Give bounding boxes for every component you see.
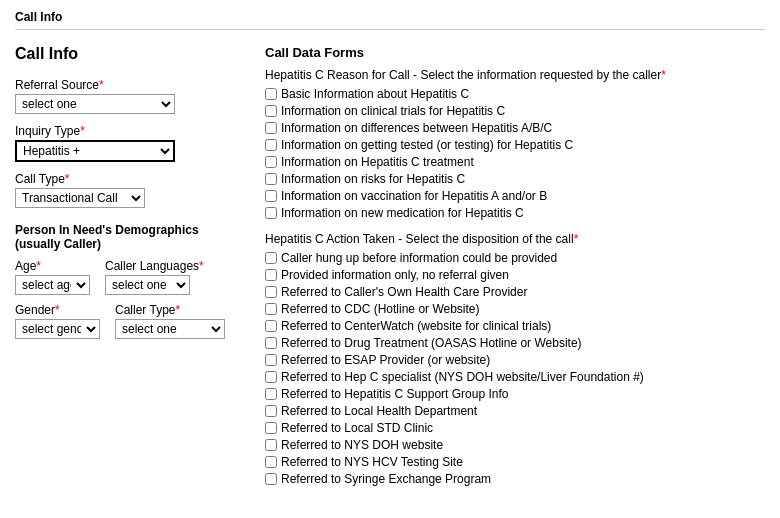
action-checkbox[interactable] (265, 320, 277, 332)
action-checkbox[interactable] (265, 439, 277, 451)
caller-type-select[interactable]: select one (115, 319, 225, 339)
reason-checkbox-item: Information on risks for Hepatitis C (265, 172, 765, 186)
reason-checkbox-label: Basic Information about Hepatitis C (281, 87, 469, 101)
demographics-title: Person In Need's Demographics (usually C… (15, 223, 245, 251)
action-checkbox-item: Referred to NYS DOH website (265, 438, 765, 452)
action-checkbox[interactable] (265, 303, 277, 315)
left-panel: Call Info Referral Source* select one In… (15, 45, 245, 498)
call-type-group: Call Type* Transactional Call (15, 172, 245, 208)
action-checkbox-item: Referred to Caller's Own Health Care Pro… (265, 285, 765, 299)
referral-source-group: Referral Source* select one (15, 78, 245, 114)
action-checkbox-item: Caller hung up before information could … (265, 251, 765, 265)
reason-checkbox[interactable] (265, 88, 277, 100)
gender-label: Gender* (15, 303, 100, 317)
inquiry-type-label: Inquiry Type* (15, 124, 245, 138)
reason-section: Hepatitis C Reason for Call - Select the… (265, 68, 765, 220)
right-panel: Call Data Forms Hepatitis C Reason for C… (265, 45, 765, 498)
reason-checkbox[interactable] (265, 207, 277, 219)
action-checkbox-label: Referred to Local STD Clinic (281, 421, 433, 435)
action-checkbox-item: Referred to NYS HCV Testing Site (265, 455, 765, 469)
call-data-forms-title: Call Data Forms (265, 45, 765, 60)
reason-checkbox-item: Basic Information about Hepatitis C (265, 87, 765, 101)
reason-checkbox[interactable] (265, 122, 277, 134)
reason-checkbox-item: Information on getting tested (or testin… (265, 138, 765, 152)
action-checkbox-label: Referred to Local Health Department (281, 404, 477, 418)
action-items-container: Caller hung up before information could … (265, 251, 765, 486)
caller-languages-label: Caller Languages* (105, 259, 204, 273)
action-checkbox[interactable] (265, 422, 277, 434)
action-checkbox[interactable] (265, 354, 277, 366)
reason-checkbox[interactable] (265, 173, 277, 185)
action-checkbox[interactable] (265, 388, 277, 400)
inquiry-type-group: Inquiry Type* Hepatitis + (15, 124, 245, 162)
call-info-heading: Call Info (15, 45, 245, 63)
action-checkbox-label: Referred to CenterWatch (website for cli… (281, 319, 551, 333)
action-checkbox-item: Referred to Local STD Clinic (265, 421, 765, 435)
call-type-label: Call Type* (15, 172, 245, 186)
reason-checkbox-label: Information on Hepatitis C treatment (281, 155, 474, 169)
reason-checkbox-item: Information on Hepatitis C treatment (265, 155, 765, 169)
action-checkbox-item: Referred to ESAP Provider (or website) (265, 353, 765, 367)
action-checkbox[interactable] (265, 371, 277, 383)
action-checkbox-label: Referred to Syringe Exchange Program (281, 472, 491, 486)
demographics-section: Person In Need's Demographics (usually C… (15, 223, 245, 339)
action-checkbox[interactable] (265, 405, 277, 417)
action-checkbox-label: Provided information only, no referral g… (281, 268, 509, 282)
caller-languages-field: Caller Languages* select one (105, 259, 204, 295)
action-checkbox-item: Referred to Drug Treatment (OASAS Hotlin… (265, 336, 765, 350)
reason-checkbox-label: Information on clinical trials for Hepat… (281, 104, 505, 118)
action-checkbox-item: Referred to Hepatitis C Support Group In… (265, 387, 765, 401)
gender-field: Gender* select gender (15, 303, 100, 339)
action-checkbox[interactable] (265, 473, 277, 485)
reason-checkbox-item: Information on differences between Hepat… (265, 121, 765, 135)
action-checkbox[interactable] (265, 252, 277, 264)
action-checkbox-label: Referred to CDC (Hotline or Website) (281, 302, 480, 316)
action-checkbox[interactable] (265, 337, 277, 349)
reason-checkbox-label: Information on vaccination for Hepatitis… (281, 189, 547, 203)
action-checkbox-label: Referred to NYS HCV Testing Site (281, 455, 463, 469)
call-type-select[interactable]: Transactional Call (15, 188, 145, 208)
reason-checkbox-label: Information on getting tested (or testin… (281, 138, 573, 152)
age-select[interactable]: select age (15, 275, 90, 295)
reason-items-container: Basic Information about Hepatitis CInfor… (265, 87, 765, 220)
reason-checkbox-item: Information on vaccination for Hepatitis… (265, 189, 765, 203)
action-checkbox[interactable] (265, 456, 277, 468)
action-checkbox-item: Referred to Hep C specialist (NYS DOH we… (265, 370, 765, 384)
action-checkbox[interactable] (265, 286, 277, 298)
caller-type-label: Caller Type* (115, 303, 225, 317)
reason-checkbox[interactable] (265, 190, 277, 202)
reason-checkbox-label: Information on new medication for Hepati… (281, 206, 524, 220)
demo-row-age-lang: Age* select age Caller Languages* select… (15, 259, 245, 295)
reason-checkbox-label: Information on differences between Hepat… (281, 121, 552, 135)
caller-languages-select[interactable]: select one (105, 275, 190, 295)
reason-checkbox-item: Information on clinical trials for Hepat… (265, 104, 765, 118)
referral-source-label: Referral Source* (15, 78, 245, 92)
action-checkbox-label: Referred to NYS DOH website (281, 438, 443, 452)
caller-type-field: Caller Type* select one (115, 303, 225, 339)
action-checkbox-item: Referred to Syringe Exchange Program (265, 472, 765, 486)
action-checkbox-label: Referred to Caller's Own Health Care Pro… (281, 285, 527, 299)
action-checkbox-label: Referred to ESAP Provider (or website) (281, 353, 490, 367)
referral-source-select[interactable]: select one (15, 94, 175, 114)
reason-checkbox[interactable] (265, 105, 277, 117)
action-section: Hepatitis C Action Taken - Select the di… (265, 232, 765, 486)
action-label: Hepatitis C Action Taken - Select the di… (265, 232, 765, 246)
reason-checkbox[interactable] (265, 139, 277, 151)
action-checkbox-item: Referred to CDC (Hotline or Website) (265, 302, 765, 316)
action-checkbox-label: Referred to Drug Treatment (OASAS Hotlin… (281, 336, 582, 350)
reason-checkbox-label: Information on risks for Hepatitis C (281, 172, 465, 186)
action-checkbox-label: Referred to Hepatitis C Support Group In… (281, 387, 508, 401)
demo-row-gender-type: Gender* select gender Caller Type* selec… (15, 303, 245, 339)
action-checkbox-item: Referred to Local Health Department (265, 404, 765, 418)
action-checkbox-label: Referred to Hep C specialist (NYS DOH we… (281, 370, 644, 384)
nav-call-info[interactable]: Call Info (15, 10, 62, 24)
action-checkbox-item: Referred to CenterWatch (website for cli… (265, 319, 765, 333)
reason-label: Hepatitis C Reason for Call - Select the… (265, 68, 765, 82)
inquiry-type-select[interactable]: Hepatitis + (15, 140, 175, 162)
reason-checkbox-item: Information on new medication for Hepati… (265, 206, 765, 220)
reason-checkbox[interactable] (265, 156, 277, 168)
age-field: Age* select age (15, 259, 90, 295)
age-label: Age* (15, 259, 90, 273)
action-checkbox[interactable] (265, 269, 277, 281)
gender-select[interactable]: select gender (15, 319, 100, 339)
